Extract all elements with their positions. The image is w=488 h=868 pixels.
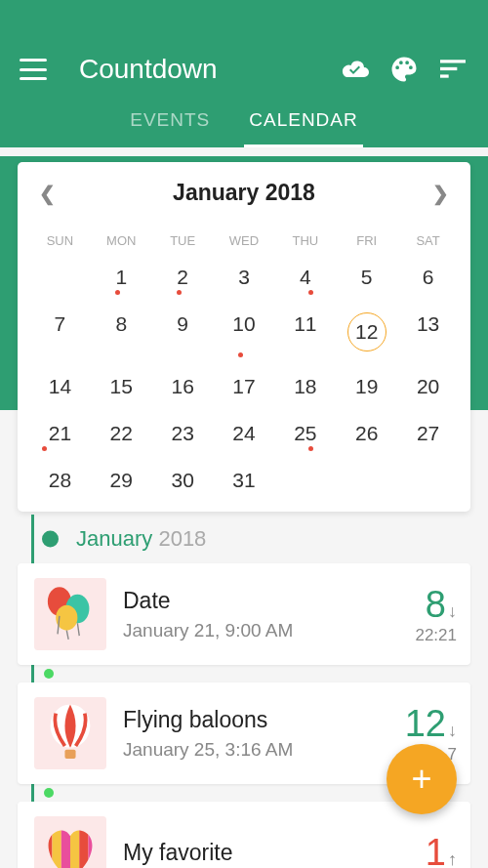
app-title: Countdown: [79, 54, 322, 85]
tab-events[interactable]: EVENTS: [125, 100, 215, 147]
calendar-day[interactable]: 24: [214, 410, 275, 457]
calendar-day[interactable]: 3: [214, 254, 275, 301]
menu-icon[interactable]: [20, 59, 47, 80]
prev-month-icon[interactable]: ❮: [39, 182, 56, 205]
timeline-small-dot: [44, 788, 54, 798]
calendar-day[interactable]: 31: [214, 457, 275, 504]
calendar-day[interactable]: 4: [274, 254, 336, 301]
svg-rect-0: [440, 60, 466, 62]
calendar-day[interactable]: 1: [91, 254, 152, 301]
countdown-direction-icon: ↓: [448, 601, 457, 621]
calendar-day[interactable]: 11: [274, 301, 336, 363]
calendar-day[interactable]: 10: [214, 301, 275, 363]
weekday-label: THU: [274, 227, 336, 254]
event-date: January 25, 3:16 AM: [123, 739, 405, 761]
cloud-sync-icon[interactable]: [340, 54, 371, 85]
event-date: January 21, 9:00 AM: [123, 620, 415, 641]
weekday-label: SAT: [397, 227, 459, 254]
event-card[interactable]: My favorite1↑: [18, 802, 470, 868]
svg-rect-1: [440, 67, 457, 70]
weekday-label: TUE: [152, 227, 214, 254]
add-event-button[interactable]: +: [386, 744, 457, 814]
calendar-day[interactable]: 17: [214, 363, 275, 410]
event-title: Date: [123, 588, 415, 614]
calendar-day[interactable]: 6: [397, 254, 459, 301]
timeline-month-header: January 2018: [18, 526, 470, 552]
event-time-left: 22:21: [415, 626, 457, 645]
calendar-day[interactable]: 20: [397, 363, 459, 410]
calendar-day[interactable]: 26: [336, 410, 397, 457]
calendar-day[interactable]: 23: [152, 410, 214, 457]
weekday-label: SUN: [29, 227, 91, 254]
event-title: Flying baloons: [123, 707, 405, 733]
calendar-day[interactable]: 14: [29, 363, 91, 410]
calendar-day[interactable]: 18: [274, 363, 336, 410]
calendar-day[interactable]: 16: [152, 363, 214, 410]
next-month-icon[interactable]: ❯: [432, 182, 449, 205]
countdown-direction-icon: ↑: [448, 849, 457, 869]
calendar-day[interactable]: 5: [336, 254, 397, 301]
tab-calendar[interactable]: CALENDAR: [244, 100, 362, 147]
balloons-icon: [31, 575, 109, 653]
weekday-label: MON: [91, 227, 152, 254]
sort-icon[interactable]: [437, 54, 468, 85]
event-title: My favorite: [123, 840, 426, 866]
calendar-day[interactable]: 2: [152, 254, 214, 301]
calendar-month-title: January 2018: [173, 180, 315, 206]
palette-icon[interactable]: [388, 54, 420, 85]
calendar-day[interactable]: 21: [29, 410, 91, 457]
svg-rect-9: [64, 750, 75, 759]
event-countdown: 8: [426, 584, 446, 625]
calendar-day[interactable]: 27: [397, 410, 459, 457]
weekday-label: FRI: [336, 227, 397, 254]
event-countdown: 12: [405, 703, 446, 744]
svg-rect-2: [440, 74, 449, 77]
event-card[interactable]: DateJanuary 21, 9:00 AM8↓22:21: [18, 563, 470, 665]
calendar-day[interactable]: 22: [91, 410, 152, 457]
weekday-label: WED: [214, 227, 275, 254]
calendar-day[interactable]: 30: [152, 457, 214, 504]
heart-stripes-icon: [31, 813, 109, 868]
calendar-day[interactable]: 13: [397, 301, 459, 363]
tabs: EVENTS CALENDAR: [0, 100, 488, 147]
calendar-day[interactable]: 29: [91, 457, 152, 504]
calendar-day[interactable]: 25: [274, 410, 336, 457]
countdown-direction-icon: ↓: [448, 721, 457, 740]
timeline-dot: [42, 531, 59, 548]
plus-icon: +: [411, 759, 431, 800]
calendar-day[interactable]: 19: [336, 363, 397, 410]
calendar-day[interactable]: 7: [29, 301, 91, 363]
calendar-card: ❮ January 2018 ❯ SUNMONTUEWEDTHUFRISAT 1…: [18, 162, 470, 512]
calendar-day[interactable]: 8: [91, 301, 152, 363]
timeline-small-dot: [44, 669, 54, 679]
event-countdown: 1: [426, 832, 446, 869]
calendar-day[interactable]: 28: [29, 457, 91, 504]
timeline-year: 2018: [158, 526, 206, 551]
calendar-day[interactable]: 9: [152, 301, 214, 363]
timeline-month: January: [76, 526, 152, 551]
hot-air-balloon-icon: [31, 694, 109, 772]
calendar-day[interactable]: 15: [91, 363, 152, 410]
app-bar: Countdown: [0, 44, 488, 100]
calendar-day[interactable]: 12: [336, 301, 397, 363]
